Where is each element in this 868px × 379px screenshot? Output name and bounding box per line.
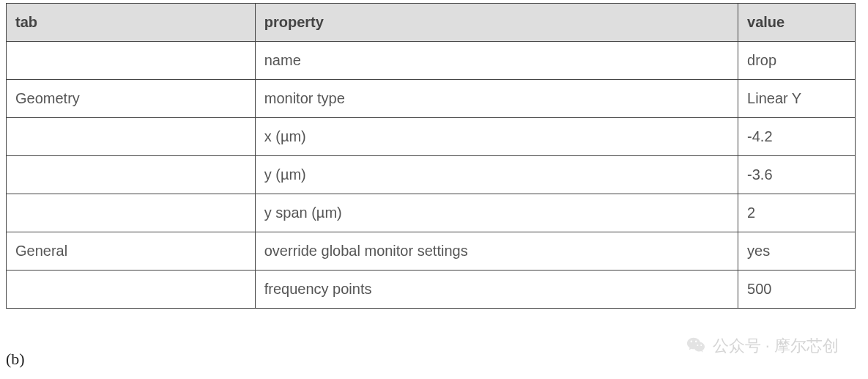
cell-property: monitor type: [255, 80, 738, 118]
table-header-row: tab property value: [7, 4, 856, 42]
table-row: x (µm) -4.2: [7, 118, 856, 156]
table-row: Geometry monitor type Linear Y: [7, 80, 856, 118]
watermark-text: 公众号 · 摩尔芯创: [713, 335, 839, 357]
header-property: property: [255, 4, 738, 42]
table-row: y (µm) -3.6: [7, 156, 856, 194]
cell-tab: Geometry: [7, 80, 256, 118]
cell-value: yes: [738, 232, 856, 271]
properties-table: tab property value name drop Geometry mo…: [6, 3, 856, 309]
cell-tab: [7, 118, 256, 156]
cell-property: y span (µm): [255, 194, 738, 232]
header-value: value: [738, 4, 856, 42]
cell-value: 500: [738, 271, 856, 309]
cell-tab: [7, 156, 256, 194]
table-row: General override global monitor settings…: [7, 232, 856, 271]
cell-value: Linear Y: [738, 80, 856, 118]
cell-value: -3.6: [738, 156, 856, 194]
cell-value: 2: [738, 194, 856, 232]
cell-tab: General: [7, 232, 256, 271]
cell-tab: [7, 194, 256, 232]
cell-property: x (µm): [255, 118, 738, 156]
cell-value: -4.2: [738, 118, 856, 156]
cell-property: name: [255, 42, 738, 80]
cell-value: drop: [738, 42, 856, 80]
cell-property: override global monitor settings: [255, 232, 738, 271]
wechat-icon: [685, 335, 707, 357]
table-row: y span (µm) 2: [7, 194, 856, 232]
cell-tab: [7, 271, 256, 309]
table-row: frequency points 500: [7, 271, 856, 309]
cell-property: y (µm): [255, 156, 738, 194]
watermark: 公众号 · 摩尔芯创: [685, 335, 839, 357]
header-tab: tab: [7, 4, 256, 42]
subfigure-caption: (b): [6, 350, 25, 369]
cell-tab: [7, 42, 256, 80]
table-row: name drop: [7, 42, 856, 80]
cell-property: frequency points: [255, 271, 738, 309]
